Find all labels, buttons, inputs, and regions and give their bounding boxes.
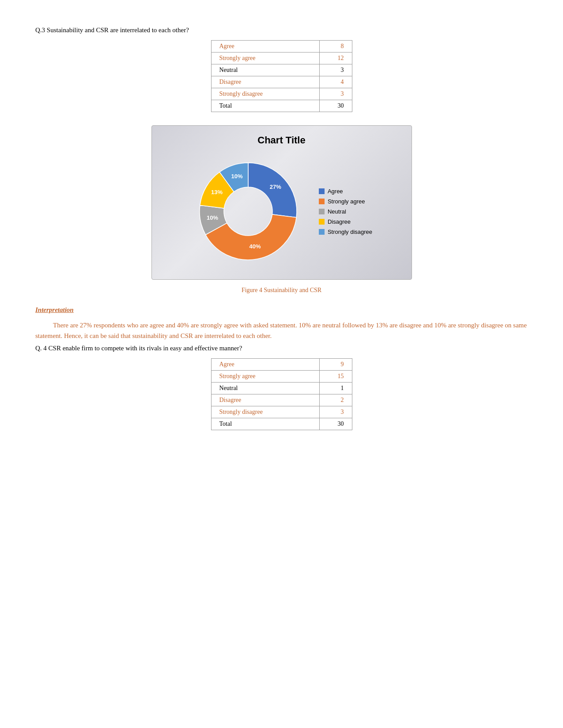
svg-text:10%: 10% (207, 214, 218, 221)
chart-title: Chart Title (162, 135, 401, 146)
q4-heading: Q. 4 CSR enable firm to compete with its… (35, 345, 528, 352)
table-row: Strongly disagree3 (211, 406, 352, 418)
table-row: Strongly disagree3 (211, 88, 352, 100)
table-row: Total30 (211, 100, 352, 112)
table-row: Neutral3 (211, 64, 352, 76)
q3-heading: Q.3 Sustainability and CSR are interrela… (35, 26, 528, 34)
q4-table: Agree9Strongly agree15Neutral1Disagree2S… (211, 358, 352, 430)
legend-item: Strongly disagree (319, 229, 372, 235)
legend-item: Strongly agree (319, 198, 372, 205)
interpretation-paragraph: There are 27% respondents who are agree … (35, 320, 528, 341)
table-row: Neutral1 (211, 383, 352, 394)
table-row: Strongly agree12 (211, 53, 352, 64)
table-row: Strongly agree15 (211, 371, 352, 383)
donut-chart: 27%40%10%13%10% (191, 154, 306, 269)
q3-table: Agree8Strongly agree12Neutral3Disagree4S… (211, 40, 352, 112)
table-row: Disagree4 (211, 76, 352, 88)
legend-item: Disagree (319, 218, 372, 225)
svg-text:13%: 13% (211, 189, 223, 195)
legend-label: Disagree (328, 218, 351, 225)
legend-swatch (319, 188, 325, 194)
chart-legend: AgreeStrongly agreeNeutralDisagreeStrong… (319, 188, 372, 235)
table-row: Agree8 (211, 41, 352, 53)
legend-label: Neutral (328, 208, 346, 215)
interpretation-heading: Interpretation (35, 306, 528, 314)
table-row: Total30 (211, 418, 352, 430)
figure-caption: Figure 4 Sustainability and CSR (35, 287, 528, 294)
table-row: Agree9 (211, 359, 352, 371)
table-row: Disagree2 (211, 394, 352, 406)
chart-body: 27%40%10%13%10% AgreeStrongly agreeNeutr… (162, 154, 401, 269)
legend-swatch (319, 209, 325, 214)
legend-label: Strongly disagree (328, 229, 372, 235)
legend-swatch (319, 199, 325, 204)
legend-item: Neutral (319, 208, 372, 215)
chart-container: Chart Title 27%40%10%13%10% AgreeStrongl… (151, 125, 412, 280)
legend-item: Agree (319, 188, 372, 195)
legend-swatch (319, 229, 325, 235)
svg-text:40%: 40% (249, 243, 261, 250)
legend-swatch (319, 219, 325, 225)
svg-text:27%: 27% (270, 184, 281, 190)
svg-text:10%: 10% (231, 173, 242, 180)
legend-label: Agree (328, 188, 343, 195)
legend-label: Strongly agree (328, 198, 365, 205)
